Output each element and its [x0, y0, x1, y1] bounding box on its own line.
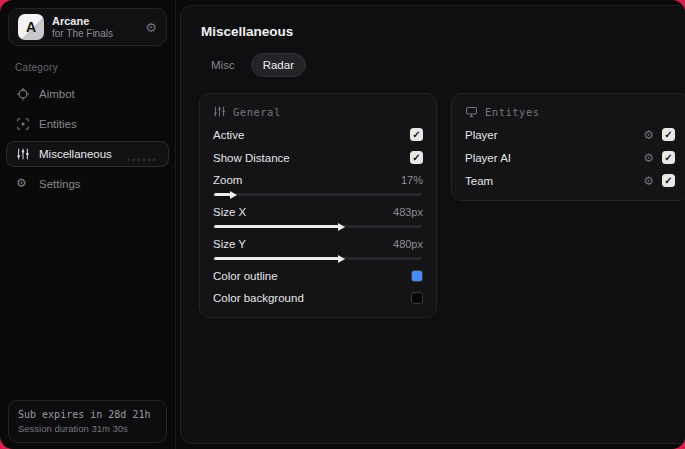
checkbox[interactable]: ✓	[662, 174, 675, 187]
category-label: Category	[15, 62, 175, 73]
dots-decoration: ••••••	[127, 155, 158, 165]
sidebar-item-aimbot[interactable]: Aimbot	[6, 81, 169, 107]
tab-bar: MiscRadar	[199, 53, 685, 77]
cards-container: GeneralActive✓Show Distance✓Zoom17%Size …	[199, 93, 685, 318]
checkbox[interactable]: ✓	[662, 128, 675, 141]
sidebar-item-entities[interactable]: Entities	[6, 111, 169, 137]
slider-fill[interactable]	[214, 257, 339, 260]
sidebar-nav: AimbotEntitiesMiscellaneous••••••⚙Settin…	[0, 79, 175, 199]
sidebar-item-miscellaneous[interactable]: Miscellaneous••••••	[6, 141, 169, 167]
gear-icon[interactable]: ⚙	[643, 129, 654, 141]
tab-misc[interactable]: Misc	[199, 53, 247, 77]
sidebar-item-label: Settings	[39, 178, 81, 190]
color-swatch-color-background[interactable]	[411, 292, 423, 304]
color-swatch-color-outline[interactable]	[411, 270, 423, 282]
slider-label-row: Size Y480px	[213, 238, 423, 250]
row-player: Player⚙✓	[465, 128, 675, 141]
row-color-background: Color background	[213, 292, 423, 304]
slider-label-row: Zoom17%	[213, 174, 423, 186]
setting-label: Team	[465, 175, 493, 187]
slider-label-row: Size X483px	[213, 206, 423, 218]
checkbox[interactable]: ✓	[662, 151, 675, 164]
main-panel: Miscellaneous MiscRadar GeneralActive✓Sh…	[180, 5, 685, 444]
setting-value: 483px	[393, 206, 423, 218]
checkbox[interactable]: ✓	[410, 151, 423, 164]
slider-size-y[interactable]	[214, 257, 422, 260]
sidebar-item-settings[interactable]: ⚙Settings	[6, 171, 169, 197]
crosshair-icon	[16, 87, 30, 101]
setting-label: Active	[213, 129, 244, 141]
slider-size-x[interactable]	[214, 225, 422, 228]
row-team: Team⚙✓	[465, 174, 675, 187]
setting-label: Size X	[213, 206, 246, 218]
sidebar-item-label: Entities	[39, 118, 77, 130]
sliders-icon	[213, 105, 226, 118]
slider-group-size-y: Size Y480px	[213, 238, 423, 260]
setting-label: Color outline	[213, 270, 278, 282]
row-player-ai: Player AI⚙✓	[465, 151, 675, 164]
panel-entityes: EntityesPlayer⚙✓Player AI⚙✓Team⚙✓	[451, 93, 685, 201]
setting-value: 17%	[401, 174, 423, 186]
sliders-icon	[16, 147, 30, 161]
scan-icon	[16, 117, 30, 131]
panel-header: Entityes	[465, 105, 675, 118]
entity-controls: ⚙✓	[643, 174, 675, 187]
setting-value: 480px	[393, 238, 423, 250]
panel-header: General	[213, 105, 423, 118]
slider-fill[interactable]	[214, 193, 231, 196]
page-title: Miscellaneous	[201, 24, 685, 39]
main-area: Miscellaneous MiscRadar GeneralActive✓Sh…	[176, 0, 685, 449]
app-meta: Arcane for The Finals	[52, 15, 137, 39]
entity-controls: ⚙✓	[643, 128, 675, 141]
row-color-outline: Color outline	[213, 270, 423, 282]
sidebar-item-label: Miscellaneous	[39, 148, 112, 160]
gear-icon[interactable]: ⚙	[643, 152, 654, 164]
gear-icon: ⚙	[16, 177, 30, 191]
app-header-card: A Arcane for The Finals ⚙	[8, 8, 167, 46]
setting-label: Player AI	[465, 152, 511, 164]
setting-label: Show Distance	[213, 152, 290, 164]
setting-label: Player	[465, 129, 498, 141]
sidebar-item-label: Aimbot	[39, 88, 75, 100]
gear-icon[interactable]: ⚙	[643, 175, 654, 187]
setting-label: Size Y	[213, 238, 246, 250]
app-logo: A	[18, 14, 44, 40]
app-subtitle: for The Finals	[52, 28, 137, 40]
panel-title: General	[233, 106, 281, 118]
subscription-box: Sub expires in 28d 21h Session duration …	[8, 400, 167, 443]
entity-controls: ⚙✓	[643, 151, 675, 164]
app-title: Arcane	[52, 15, 137, 28]
row-active: Active✓	[213, 128, 423, 141]
app-window: A Arcane for The Finals ⚙ Category Aimbo…	[0, 0, 685, 449]
setting-label: Zoom	[213, 174, 242, 186]
checkbox[interactable]: ✓	[410, 128, 423, 141]
panel-general: GeneralActive✓Show Distance✓Zoom17%Size …	[199, 93, 437, 318]
row-show-distance: Show Distance✓	[213, 151, 423, 164]
gear-icon[interactable]: ⚙	[145, 21, 157, 34]
slider-fill[interactable]	[214, 225, 339, 228]
sub-expires-text: Sub expires in 28d 21h	[18, 407, 157, 422]
panel-title: Entityes	[485, 106, 540, 118]
setting-label: Color background	[213, 292, 304, 304]
monitor-icon	[465, 105, 478, 118]
sidebar: A Arcane for The Finals ⚙ Category Aimbo…	[0, 0, 176, 449]
slider-zoom[interactable]	[214, 193, 422, 196]
session-duration-text: Session duration 31m 30s	[18, 422, 157, 436]
tab-radar[interactable]: Radar	[251, 53, 306, 77]
slider-group-size-x: Size X483px	[213, 206, 423, 228]
slider-group-zoom: Zoom17%	[213, 174, 423, 196]
